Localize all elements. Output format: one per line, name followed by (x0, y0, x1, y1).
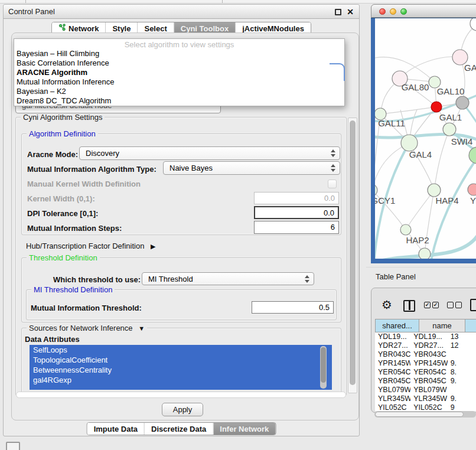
algorithm-definition-title: Algorithm Definition (27, 129, 98, 138)
manual-kernel-checkbox[interactable] (328, 180, 337, 188)
algorithm-dropdown-list: Bayesian – Hill ClimbingBasic Correlatio… (14, 49, 344, 106)
table-cell: 13 (448, 332, 476, 341)
table-row[interactable]: YBL079WYBL079W (375, 386, 476, 394)
table-cell: 9. (448, 394, 476, 403)
network-node-gal4[interactable] (401, 135, 418, 151)
tab-infer-network[interactable]: Infer Network (213, 423, 275, 435)
network-window-titlebar[interactable] (371, 4, 476, 18)
export-table-icon[interactable] (470, 299, 476, 311)
cyni-algorithm-settings-title: Cyni Algorithm Settings (21, 113, 105, 122)
network-node[interactable] (456, 96, 469, 109)
kernel-width-field[interactable]: 0.0 (254, 192, 339, 204)
minimized-panel-button[interactable] (6, 442, 20, 450)
combo-arrows-icon (331, 149, 335, 157)
aracne-mode-combo[interactable]: Discovery (79, 146, 340, 160)
attributes-scrollbar[interactable] (320, 346, 327, 389)
table-settings-gear-icon[interactable]: ⚙ (382, 298, 392, 312)
table-row[interactable]: YIL052CYIL052C9 (375, 403, 476, 411)
apply-button[interactable]: Apply (162, 403, 203, 416)
settings-scrollbar-thumb[interactable] (350, 120, 356, 385)
network-node[interactable] (419, 248, 431, 259)
table-row[interactable]: YBR043CYBR043C (375, 350, 476, 359)
network-graph[interactable]: GALGAL80GAL10GAL1GAL11SWI4GAL4GCY1HAP4YH… (375, 18, 476, 259)
table-cell (448, 350, 476, 359)
table-cell: YIL052C (410, 403, 448, 411)
network-node-gal1[interactable] (431, 102, 442, 112)
table-horizontal-scrollbar-thumb[interactable] (375, 412, 464, 417)
cyni-bottom-tab-bar: Impute Data Discretize Data Infer Networ… (87, 422, 276, 435)
table-row[interactable]: YBR045CYBR045C9. (375, 377, 476, 386)
hub-definition-toggle[interactable]: Hub/Transcription Factor Definition (26, 242, 155, 250)
attribute-list-item[interactable]: TopologicalCoefficient (30, 355, 332, 365)
network-canvas[interactable]: GALGAL80GAL10GAL1GAL11SWI4GAL4GCY1HAP4YH… (375, 18, 476, 259)
mi-steps-field[interactable]: 6 (254, 221, 339, 234)
algorithm-option[interactable]: Dream8 DC_TDC Algorithm (14, 96, 344, 106)
tab-impute-data[interactable]: Impute Data (87, 423, 144, 435)
mi-algorithm-type-combo[interactable]: Naive Bayes (163, 161, 340, 175)
table-cell: YLR345W (375, 394, 410, 403)
select-all-rows-icon[interactable]: ✓✓ (424, 302, 439, 308)
algorithm-option[interactable]: ARACNE Algorithm (14, 68, 344, 77)
network-node-swi4[interactable] (443, 123, 456, 136)
table-cell: YDR27... (410, 341, 448, 350)
which-threshold-combo[interactable]: MI Threshold (142, 272, 314, 285)
column-header-name[interactable]: name (419, 319, 465, 332)
close-icon[interactable]: ✕ (347, 7, 354, 17)
table-row[interactable]: YPR145WYPR145W9. (375, 359, 476, 368)
algorithm-option[interactable]: Basic Correlation Inference (14, 58, 344, 68)
column-header-cut[interactable] (465, 319, 476, 332)
float-panel-icon[interactable] (335, 9, 341, 15)
table-row[interactable]: YER054CYER054C8. (375, 368, 476, 377)
attribute-list-item[interactable]: gal4RGexp (30, 375, 332, 385)
table-cell: YER054C (375, 368, 410, 377)
table-cell: YER054C (410, 368, 448, 377)
mi-threshold-field[interactable]: 0.5 (252, 301, 334, 314)
desktop: Control Panel ✕ Network Style Se (0, 0, 476, 450)
network-node[interactable] (469, 147, 476, 164)
network-node-y[interactable] (468, 184, 476, 195)
table-row[interactable]: YDR27...YDR27...12 (375, 341, 476, 350)
attribute-list-item[interactable]: BetweennessCentrality (30, 365, 332, 375)
window-zoom-button[interactable] (400, 8, 407, 15)
mi-threshold-group-title: MI Threshold Definition (31, 285, 115, 294)
network-node-hap4[interactable] (428, 184, 441, 197)
table-horizontal-scrollbar[interactable] (374, 411, 476, 418)
settings-scrollbar[interactable] (348, 118, 357, 393)
node-label: GAL11 (378, 118, 405, 128)
attributes-scrollbar-thumb[interactable] (321, 347, 326, 383)
table-row[interactable]: YDL19...YDL19...13 (375, 332, 476, 341)
node-label: GAL4 (409, 149, 432, 159)
column-visibility-icon[interactable] (403, 300, 415, 312)
table-cell: YDL19... (410, 332, 448, 341)
tab-discretize-data[interactable]: Discretize Data (144, 423, 213, 435)
dpi-tolerance-field[interactable]: 0.0 (254, 206, 339, 219)
attributes-horizontal-scrollbar[interactable] (16, 392, 346, 398)
top-toolbar-sliver (0, 0, 476, 4)
algorithm-option[interactable]: Bayesian – Hill Climbing (14, 49, 344, 58)
table-cell: YBL079W (375, 386, 410, 394)
algorithm-option[interactable]: Bayesian – K2 (14, 87, 344, 96)
table-cell: YLR345W (410, 394, 448, 403)
table-cell: 9 (448, 403, 476, 411)
algorithm-option[interactable]: Mutual Information Inference (14, 77, 344, 87)
table-cell: YBR045C (410, 377, 448, 386)
window-minimize-button[interactable] (390, 8, 396, 15)
node-label: GCY1 (375, 195, 395, 206)
table-body[interactable]: YDL19...YDL19...13YDR27...YDR27...12YBR0… (375, 332, 476, 411)
attribute-list-item[interactable]: SelfLoops (30, 345, 332, 355)
node-label: GAL (464, 63, 476, 73)
window-close-button[interactable] (379, 8, 386, 15)
network-node-hap2[interactable] (400, 224, 411, 235)
deselect-all-rows-icon[interactable] (447, 302, 462, 308)
network-node[interactable] (470, 18, 476, 31)
data-attributes-list[interactable]: SelfLoopsTopologicalCoefficientBetweenne… (30, 345, 332, 390)
table-cell: YBR043C (410, 350, 448, 359)
algorithm-dropdown-placeholder: Select algorithm to view settings (14, 39, 344, 49)
node-label: HAP2 (406, 235, 429, 245)
table-cell: 9. (448, 377, 476, 386)
node-label: HAP4 (435, 195, 458, 206)
node-label: GAL80 (402, 82, 429, 92)
column-header-shared-name[interactable]: shared... (375, 319, 419, 332)
sources-group-title[interactable]: Sources for Network Inference (27, 324, 147, 332)
table-row[interactable]: YLR345WYLR345W9. (375, 394, 476, 403)
